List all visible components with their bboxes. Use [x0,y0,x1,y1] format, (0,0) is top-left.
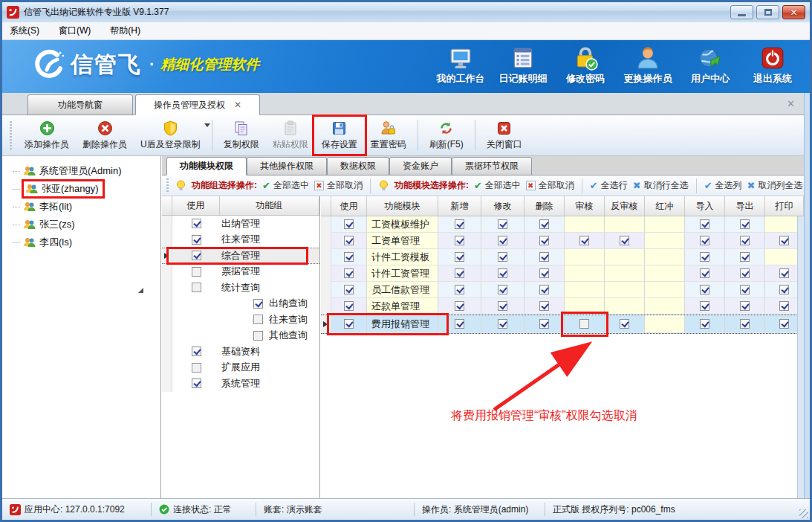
paste-permission-button[interactable]: 粘贴权限 [266,117,315,153]
module-select-all-button[interactable]: ✔全部选中 [474,179,521,192]
perm-cell[interactable] [481,282,524,298]
checkbox[interactable] [779,319,789,329]
tree-row[interactable]: 出纳管理 [162,216,319,232]
maximize-button[interactable] [756,5,779,19]
perm-cell[interactable] [524,315,565,333]
cancel-row-button[interactable]: ✖取消行全选 [633,179,689,192]
operator-item-zhangy[interactable]: 张亚(zhangy) [2,180,160,198]
checkbox[interactable] [700,252,709,262]
perm-cell[interactable] [725,249,765,265]
tree-row[interactable]: 往来管理 [162,232,319,248]
module-cancel-all-button[interactable]: ✖全部取消 [526,179,574,192]
save-settings-button[interactable]: 保存设置 [315,117,364,153]
perm-cell[interactable] [565,233,605,249]
checkbox[interactable] [455,301,464,311]
tab-data-permissions[interactable]: 数据权限 [327,157,389,175]
checkbox[interactable] [539,219,549,229]
operator-item-ls[interactable]: 李四(ls) [2,233,160,251]
perm-cell[interactable] [685,282,725,298]
checkbox[interactable] [740,301,750,311]
checkbox[interactable] [192,283,201,292]
tree-row[interactable]: 系统管理 [162,376,319,392]
user-center-button[interactable]: 用户中心 [679,43,741,91]
checkbox[interactable] [455,219,464,229]
perm-cell[interactable] [481,233,524,249]
checkbox[interactable] [740,219,750,229]
perm-cell[interactable] [565,315,605,333]
checkbox[interactable] [779,301,789,311]
checkbox[interactable] [344,301,354,311]
checkbox[interactable] [579,319,589,329]
checkbox[interactable] [253,331,263,341]
checkbox[interactable] [344,268,354,278]
copy-permission-button[interactable]: 复制权限 [217,117,266,153]
checkbox[interactable] [253,315,263,324]
perm-cell[interactable] [725,315,765,333]
perm-cell[interactable] [438,216,481,233]
checkbox[interactable] [455,285,464,294]
table-row[interactable]: 计件工资模板 [321,249,804,265]
switch-operator-button[interactable]: 更换操作员 [617,43,679,91]
checkbox[interactable] [700,236,709,245]
perm-cell[interactable] [524,282,565,298]
checkbox[interactable] [620,236,629,245]
refresh-button[interactable]: 刷新(F5) [423,117,470,153]
perm-cell[interactable] [725,233,765,249]
change-password-button[interactable]: 修改密码 [554,43,617,91]
tab-module-permissions[interactable]: 功能模块权限 [166,157,247,175]
checkbox[interactable] [498,301,507,311]
perm-cell[interactable] [605,233,645,249]
perm-cell[interactable] [524,249,565,265]
perm-cell[interactable] [524,298,565,315]
perm-cell[interactable] [481,298,524,315]
perm-cell[interactable] [481,249,524,265]
checkbox[interactable] [192,363,201,373]
select-column-button[interactable]: ✔全选列 [704,179,742,192]
checkbox[interactable] [779,268,789,278]
checkbox[interactable] [539,252,549,262]
table-row[interactable]: 计件工资管理 [321,265,804,282]
perm-cell[interactable] [725,282,765,298]
tab-bill-stage-permissions[interactable]: 票据环节权限 [452,157,532,175]
checkbox[interactable] [740,236,750,245]
checkbox[interactable] [344,252,354,262]
tab-fund-accounts[interactable]: 资金账户 [389,157,452,175]
delete-operator-button[interactable]: 删除操作员 [76,117,134,153]
checkbox[interactable] [455,252,464,262]
tree-row[interactable]: 综合管理 [162,248,319,264]
vertical-scrollbar[interactable] [797,216,804,498]
checkbox[interactable] [192,378,201,388]
checkbox[interactable] [740,319,750,329]
tab-other-operation-permissions[interactable]: 其他操作权限 [247,157,327,175]
add-operator-button[interactable]: 添加操作员 [18,117,76,153]
menu-window[interactable]: 窗口(W) [59,25,91,37]
perm-cell[interactable] [438,265,481,282]
cancel-column-button[interactable]: ✖取消列全选 [747,179,803,192]
checkbox[interactable] [779,285,789,294]
checkbox[interactable] [700,268,709,278]
perm-cell[interactable] [524,233,565,249]
checkbox[interactable] [192,235,201,245]
resize-grip[interactable] [799,509,808,518]
menu-help[interactable]: 帮助(H) [110,25,140,37]
perm-cell[interactable] [685,315,725,333]
checkbox[interactable] [740,268,750,278]
journal-button[interactable]: 日记账明细 [492,43,554,91]
operator-item-admin[interactable]: 系统管理员(Admin) [2,162,160,180]
expand-icon[interactable] [138,288,143,293]
perm-cell[interactable] [685,265,725,282]
tab-operator-management[interactable]: 操作员管理及授权✕ [135,94,260,115]
perm-cell[interactable] [481,216,524,233]
checkbox[interactable] [192,219,201,228]
checkbox[interactable] [455,319,464,329]
perm-cell[interactable] [524,265,565,282]
checkbox[interactable] [498,252,507,262]
table-row[interactable]: 费用报销管理 [321,315,804,334]
checkbox[interactable] [740,252,750,262]
checkbox[interactable] [700,219,709,229]
tree-row[interactable]: 基础资料 [162,344,319,360]
perm-cell[interactable] [438,298,481,315]
checkbox[interactable] [700,319,709,329]
perm-cell[interactable] [438,249,481,265]
checkbox[interactable] [253,299,263,309]
